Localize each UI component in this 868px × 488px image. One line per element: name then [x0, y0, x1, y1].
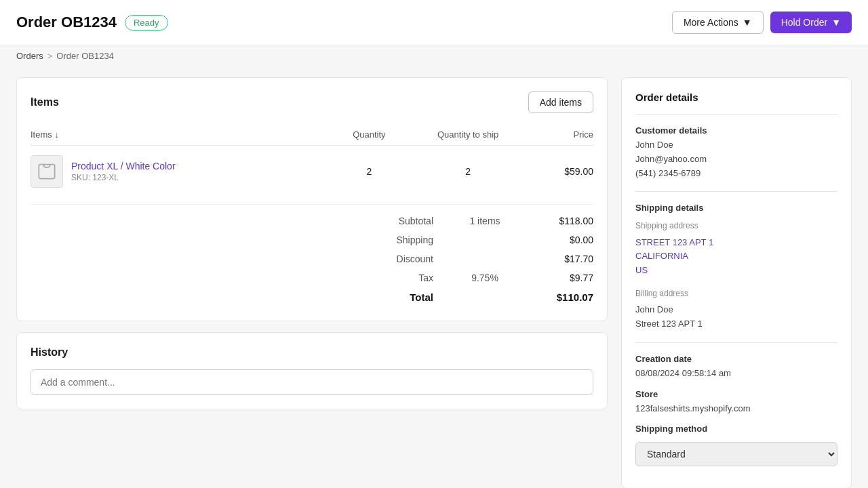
product-details: Product XL / White Color SKU: 123-XL — [71, 161, 176, 182]
main-layout: Items Add items Items ↓ Quantity Quantit… — [0, 66, 868, 488]
product-cell: Product XL / White Color SKU: 123-XL — [31, 146, 335, 198]
product-sku: SKU: 123-XL — [71, 173, 176, 182]
product-info: Product XL / White Color SKU: 123-XL — [31, 155, 335, 188]
history-title: History — [31, 346, 593, 359]
history-card: History — [16, 332, 608, 409]
items-card-title: Items — [31, 96, 59, 108]
hold-order-label: Hold Order — [781, 17, 827, 28]
breadcrumb-orders-link[interactable]: Orders — [16, 51, 43, 61]
table-row: Product XL / White Color SKU: 123-XL 2 2… — [31, 146, 593, 198]
store-group: Store 123falseshirts.myshopify.com — [635, 389, 837, 416]
discount-value: $17.70 — [526, 253, 593, 264]
col-price: Price — [532, 124, 593, 146]
subtotal-value: $118.00 — [526, 216, 593, 226]
divider-customer — [635, 191, 837, 192]
comment-input[interactable] — [31, 369, 593, 395]
shipping-country[interactable]: US — [635, 264, 837, 278]
shipping-state[interactable]: CALIFORNIA — [635, 249, 837, 264]
customer-details-title: Customer details — [635, 125, 837, 136]
header-right: More Actions ▼ Hold Order ▼ — [672, 11, 852, 34]
chevron-down-icon: ▼ — [831, 17, 841, 28]
shipping-details-group: Shipping details Shipping address STREET… — [635, 203, 837, 331]
tax-row: Tax 9.75% $9.77 — [31, 268, 593, 287]
billing-street: Street 123 APT 1 — [635, 317, 837, 331]
total-row: Total $110.07 — [31, 287, 593, 307]
billing-address-label: Billing address — [635, 287, 837, 300]
order-details-panel: Order details Customer details John Doe … — [621, 77, 852, 488]
subtotal-label: Subtotal — [336, 216, 444, 226]
shipping-details-title: Shipping details — [635, 203, 837, 213]
store-label: Store — [635, 389, 837, 399]
product-quantity-to-ship: 2 — [403, 146, 532, 198]
shipping-method-label: Shipping method — [635, 424, 837, 434]
product-name-link[interactable]: Product XL / White Color — [71, 161, 176, 171]
shipping-method-group: Shipping method Standard Express — [635, 424, 837, 466]
shipping-method-select[interactable]: Standard Express — [635, 442, 837, 466]
product-image — [31, 155, 63, 188]
billing-address-group: Billing address John Doe Street 123 APT … — [635, 287, 837, 331]
tax-rate: 9.75% — [444, 272, 526, 283]
totals-section: Subtotal 1 items $118.00 Shipping $0.00 … — [31, 204, 593, 307]
breadcrumb-current: Order OB1234 — [56, 51, 114, 61]
store-value: 123falseshirts.myshopify.com — [635, 402, 837, 416]
more-actions-button[interactable]: More Actions ▼ — [672, 11, 764, 34]
creation-date-group: Creation date 08/08/2024 09:58:14 am — [635, 354, 837, 381]
customer-phone: (541) 2345-6789 — [635, 167, 837, 181]
order-details-title: Order details — [635, 92, 837, 103]
chevron-down-icon: ▼ — [743, 17, 752, 28]
product-quantity: 2 — [335, 146, 404, 198]
creation-date-label: Creation date — [635, 354, 837, 364]
col-items: Items ↓ — [31, 124, 335, 146]
total-label: Total — [336, 291, 444, 303]
discount-middle — [444, 253, 526, 264]
hold-order-button[interactable]: Hold Order ▼ — [770, 12, 852, 33]
customer-email: John@yahoo.com — [635, 152, 837, 167]
breadcrumb-separator: > — [47, 51, 53, 61]
col-quantity-to-ship: Quantity to ship — [403, 124, 532, 146]
more-actions-label: More Actions — [684, 17, 738, 28]
add-items-button[interactable]: Add items — [528, 92, 593, 113]
items-card: Items Add items Items ↓ Quantity Quantit… — [16, 77, 608, 321]
customer-details-group: Customer details John Doe John@yahoo.com… — [635, 125, 837, 180]
status-badge: Ready — [125, 15, 168, 30]
col-quantity: Quantity — [335, 124, 404, 146]
order-title-group: Order OB1234 Ready — [16, 14, 168, 31]
tax-value: $9.77 — [526, 272, 593, 283]
billing-name: John Doe — [635, 303, 837, 317]
subtotal-row: Subtotal 1 items $118.00 — [31, 211, 593, 230]
header-left: Order OB1234 Ready — [16, 14, 168, 31]
creation-date-value: 08/08/2024 09:58:14 am — [635, 367, 837, 381]
shipping-value: $0.00 — [526, 235, 593, 245]
product-price: $59.00 — [532, 146, 593, 198]
customer-name: John Doe — [635, 138, 837, 152]
shipping-street[interactable]: STREET 123 APT 1 — [635, 236, 837, 250]
divider-top — [635, 114, 837, 115]
shipping-address-group: Shipping address STREET 123 APT 1 CALIFO… — [635, 220, 837, 278]
shipping-address-label: Shipping address — [635, 220, 837, 232]
tax-label: Tax — [336, 272, 444, 283]
items-table: Items ↓ Quantity Quantity to ship Price — [31, 124, 593, 197]
left-panel: Items Add items Items ↓ Quantity Quantit… — [16, 77, 608, 488]
svg-rect-0 — [39, 165, 54, 179]
breadcrumb: Orders > Order OB1234 — [0, 45, 868, 66]
divider-shipping — [635, 342, 837, 343]
page-header: Order OB1234 Ready More Actions ▼ Hold O… — [0, 0, 868, 45]
page-title: Order OB1234 — [16, 14, 117, 31]
items-card-header: Items Add items — [31, 92, 593, 113]
total-middle — [444, 291, 526, 303]
discount-row: Discount $17.70 — [31, 249, 593, 268]
shipping-middle — [444, 235, 526, 245]
subtotal-qty: 1 items — [444, 216, 526, 226]
items-table-header: Items ↓ Quantity Quantity to ship Price — [31, 124, 593, 146]
shipping-label: Shipping — [336, 235, 444, 245]
discount-label: Discount — [336, 253, 444, 264]
shipping-row: Shipping $0.00 — [31, 230, 593, 249]
total-value: $110.07 — [526, 291, 593, 303]
sort-icon: ↓ — [54, 129, 59, 140]
